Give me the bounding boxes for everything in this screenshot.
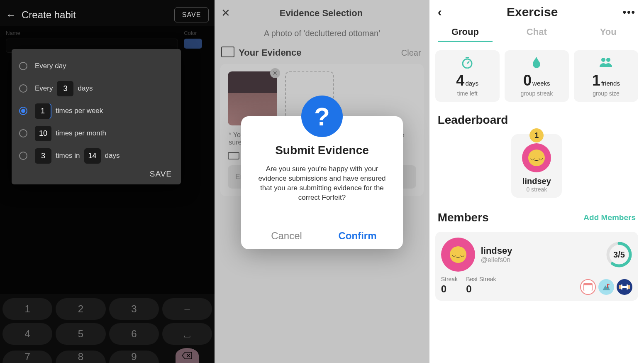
svg-rect-10 — [622, 286, 627, 288]
svg-rect-9 — [621, 285, 622, 289]
days-input[interactable]: 3 — [57, 81, 73, 96]
option-times-per-month[interactable]: 10 times per month — [19, 122, 173, 145]
svg-line-2 — [467, 61, 469, 64]
svg-point-4 — [606, 58, 610, 62]
more-icon[interactable]: ••• — [623, 6, 636, 18]
fire-icon — [507, 57, 566, 69]
option-every-n-days[interactable]: Every 3 days — [19, 77, 173, 100]
stat-time-left: 4days time left — [435, 50, 500, 102]
tabs: Group Chat You — [429, 21, 644, 42]
tab-chat[interactable]: Chat — [509, 27, 564, 42]
save-button-top[interactable]: SAVE — [174, 7, 209, 22]
page-title: Exercise — [442, 5, 623, 19]
tab-you[interactable]: You — [581, 27, 636, 42]
stat-group-size: 1friends group size — [574, 50, 638, 102]
radio-selected-icon[interactable] — [19, 107, 27, 115]
leaderboard-sub: 0 streak — [515, 186, 559, 193]
custom-days-input[interactable]: 14 — [84, 148, 101, 164]
create-habit-screen: ← Create habit SAVE Name Color Every day… — [0, 0, 215, 363]
leaderboard-card[interactable]: 1 ◡‿◡ lindsey 0 streak — [511, 134, 562, 198]
dumbbell-badge-icon — [617, 279, 632, 295]
radio-icon[interactable] — [19, 152, 27, 160]
week-times-input[interactable]: 1 — [35, 103, 51, 119]
svg-point-3 — [601, 58, 605, 62]
back-icon[interactable]: ← — [6, 9, 16, 21]
member-streak: Streak 0 — [441, 276, 458, 295]
friends-icon — [576, 57, 636, 69]
member-handle: @ellefs0n — [481, 256, 600, 264]
tab-group[interactable]: Group — [438, 27, 493, 42]
modal-message: Are you sure you're happy with your evid… — [251, 164, 393, 203]
stopwatch-icon — [438, 57, 497, 69]
svg-rect-0 — [466, 57, 469, 58]
radio-icon[interactable] — [19, 84, 27, 93]
progress-text: 3/5 — [606, 241, 632, 268]
svg-rect-8 — [619, 285, 621, 289]
cancel-button[interactable]: Cancel — [251, 223, 322, 249]
popup-save-button[interactable]: SAVE — [19, 167, 173, 180]
exercise-screen: ‹ Exercise ••• Group Chat You 4days time… — [429, 0, 644, 363]
mountain-badge-icon — [598, 279, 614, 295]
modal-title: Submit Evidence — [251, 144, 393, 157]
member-name: lindsey — [481, 245, 600, 256]
badge-row — [580, 279, 632, 295]
option-times-in-days[interactable]: 3 times in 14 days — [19, 145, 173, 167]
svg-rect-7 — [607, 284, 608, 288]
add-members-button[interactable]: Add Members — [583, 213, 636, 222]
submit-evidence-modal: ? Submit Evidence Are you sure you're ha… — [241, 116, 403, 249]
progress-ring: 3/5 — [606, 241, 632, 268]
leaderboard-title: Leaderboard — [438, 113, 636, 127]
svg-rect-12 — [628, 285, 630, 289]
svg-rect-11 — [627, 285, 628, 289]
leaderboard-name: lindsey — [515, 177, 559, 186]
member-card[interactable]: ◡‿◡ lindsey @ellefs0n 3/5 Streak 0 Best … — [435, 232, 638, 301]
member-best-streak: Best Streak 0 — [466, 276, 496, 295]
custom-times-input[interactable]: 3 — [35, 148, 51, 164]
calendar-badge-icon — [580, 279, 596, 295]
rank-badge: 1 — [529, 128, 544, 142]
radio-icon[interactable] — [19, 129, 27, 137]
avatar: ◡‿◡ — [522, 143, 551, 172]
members-title: Members — [438, 211, 489, 224]
page-title: Create habit — [22, 9, 168, 21]
evidence-screen: ✕ Evidence Selection A photo of 'declutt… — [215, 0, 429, 363]
question-icon: ? — [301, 96, 343, 137]
option-times-per-week[interactable]: 1 times per week — [19, 100, 173, 122]
radio-icon[interactable] — [19, 62, 27, 70]
frequency-popup: Every day Every 3 days 1 times per week … — [12, 49, 181, 184]
stat-group-streak: 0weeks group streak — [505, 50, 569, 102]
avatar: ◡‿◡ — [441, 238, 475, 272]
month-times-input[interactable]: 10 — [35, 126, 51, 141]
confirm-button[interactable]: Confirm — [322, 223, 393, 249]
option-every-day[interactable]: Every day — [19, 55, 173, 77]
back-icon[interactable]: ‹ — [438, 5, 442, 19]
